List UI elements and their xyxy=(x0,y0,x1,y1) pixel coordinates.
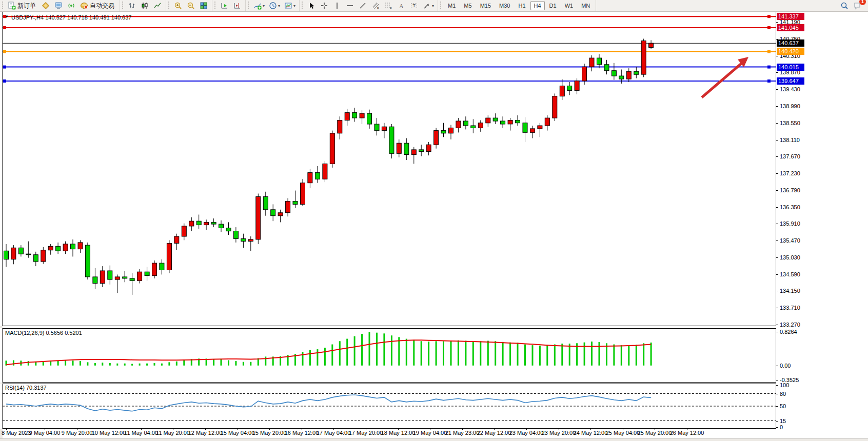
metaeditor-icon xyxy=(42,2,50,10)
line-handle[interactable] xyxy=(767,66,771,69)
line-handle[interactable] xyxy=(767,15,771,18)
search-icon xyxy=(840,2,849,10)
line-handle[interactable] xyxy=(3,79,6,83)
label-icon: T xyxy=(410,2,419,10)
rsi-tick: 50 xyxy=(780,403,786,409)
date-label: 9 May 04:00 xyxy=(29,430,61,436)
line-handle[interactable] xyxy=(767,50,771,53)
toolbar-grip[interactable] xyxy=(122,2,124,10)
timeframe-button-h1[interactable]: H1 xyxy=(515,1,529,10)
toolbar-grip[interactable] xyxy=(168,2,170,10)
timeframe-button-m1[interactable]: M1 xyxy=(444,1,459,10)
crosshair-button[interactable] xyxy=(319,0,330,11)
price-tick: 133.270 xyxy=(780,322,800,328)
indicators-button[interactable]: ▾ xyxy=(252,0,266,11)
macd-indicator-label: MACD(12,26,9) 0.5656 0.5201 xyxy=(5,330,82,336)
equidistant-channel-button[interactable]: E xyxy=(370,0,382,11)
toolbar-grip[interactable] xyxy=(214,2,216,10)
price-tick: 135.030 xyxy=(780,254,800,260)
date-label: 15 May 20:00 xyxy=(252,430,287,436)
date-label: 11 May 04:00 xyxy=(124,430,158,436)
price-tick: 138.990 xyxy=(780,103,800,109)
clock-icon xyxy=(269,2,278,10)
date-label: 21 May 23:00 xyxy=(445,430,480,436)
chart-shift-button[interactable] xyxy=(231,0,243,11)
timeframe-button-m5[interactable]: M5 xyxy=(460,1,475,10)
rsi-indicator-label: RSI(14) 70.3137 xyxy=(5,385,47,391)
zoom-in-button[interactable] xyxy=(172,0,184,11)
candlestick-chart-button[interactable] xyxy=(139,0,151,11)
search-button[interactable] xyxy=(839,0,851,11)
timeframe-button-m15[interactable]: M15 xyxy=(477,1,495,10)
main-chart-canvas[interactable] xyxy=(0,12,776,326)
line-handle[interactable] xyxy=(3,50,6,53)
horizontal-line-button[interactable] xyxy=(344,0,356,11)
price-badge-141.045: 141.045 xyxy=(777,24,804,31)
text-button[interactable]: A xyxy=(396,0,407,11)
line-handle[interactable] xyxy=(3,66,6,69)
timeframe-button-mn[interactable]: MN xyxy=(578,1,594,10)
timeframe-button-w1[interactable]: W1 xyxy=(561,1,577,10)
zoom-in-icon xyxy=(174,2,183,10)
toolbar-grip[interactable] xyxy=(301,2,304,10)
tile-windows-button[interactable] xyxy=(198,0,210,11)
date-label: 16 May 12:00 xyxy=(285,430,319,436)
timeframe-button-d1[interactable]: D1 xyxy=(546,1,560,10)
price-badge-140.015: 140.015 xyxy=(777,64,804,71)
cursor-button[interactable] xyxy=(306,0,318,11)
arrows-button[interactable]: ▾ xyxy=(421,0,436,11)
rsi-panel-canvas[interactable] xyxy=(0,384,776,429)
crosshair-icon xyxy=(320,2,329,10)
date-label: 22 May 12:00 xyxy=(477,430,511,436)
fibonacci-button[interactable]: F xyxy=(383,0,394,11)
date-label: 23 May 20:00 xyxy=(542,430,576,436)
date-label: 11 May 20:00 xyxy=(156,430,190,436)
toolbar-grip[interactable] xyxy=(247,2,250,10)
zoom-out-icon xyxy=(187,2,195,10)
templates-button[interactable]: ▾ xyxy=(283,0,297,11)
svg-text:T: T xyxy=(413,3,416,8)
price-tick: 135.470 xyxy=(780,237,800,244)
metaeditor-button[interactable] xyxy=(40,0,52,11)
svg-text:A: A xyxy=(399,3,404,10)
date-label: 8 May 2023 xyxy=(2,430,31,436)
timeframe-button-m30[interactable]: M30 xyxy=(496,1,514,10)
date-label: 23 May 04:00 xyxy=(509,430,544,436)
date-label: 10 May 12:00 xyxy=(92,430,126,436)
line-handle[interactable] xyxy=(767,79,771,83)
symbol-dropdown-caret[interactable]: ▼ xyxy=(5,14,9,19)
new-order-icon xyxy=(8,2,16,10)
macd-panel-canvas[interactable] xyxy=(0,328,776,383)
template-icon xyxy=(284,2,293,10)
line-handle[interactable] xyxy=(767,26,771,29)
chart-window[interactable]: ▼ USDJPY-,H4 140.527 140.718 140.491 140… xyxy=(0,12,868,439)
signals-button[interactable] xyxy=(66,0,77,11)
price-tick: 135.910 xyxy=(780,221,800,227)
price-tick: 136.790 xyxy=(780,187,800,193)
price-badge-141.337: 141.337 xyxy=(777,13,804,20)
line-handle[interactable] xyxy=(3,26,6,29)
toolbar-grip[interactable] xyxy=(440,2,442,10)
timeframe-button-h4[interactable]: H4 xyxy=(530,1,545,10)
vline-icon xyxy=(333,2,342,10)
zoom-out-button[interactable] xyxy=(185,0,197,11)
vertical-line-button[interactable] xyxy=(331,0,343,11)
hline-icon xyxy=(346,2,354,10)
periods-button[interactable]: ▾ xyxy=(267,0,282,11)
toolbar: 新订单自动交易▾▾▾EFAT▾M1M5M15M30H1H4D1W1MN1 xyxy=(0,0,868,12)
bar-chart-button[interactable] xyxy=(126,0,138,11)
trendline-button[interactable] xyxy=(357,0,369,11)
fibo-icon: F xyxy=(384,2,393,10)
line-chart-button[interactable] xyxy=(152,0,164,11)
dropdown-caret-icon: ▾ xyxy=(263,4,265,8)
text-label-button[interactable]: T xyxy=(408,0,420,11)
autotrading-button[interactable]: 自动交易 xyxy=(78,0,117,11)
toolbar-grip[interactable] xyxy=(2,2,4,10)
notifications-button[interactable]: 1 xyxy=(852,0,863,11)
new-order-button[interactable]: 新订单 xyxy=(6,0,39,11)
dropdown-caret-icon: ▾ xyxy=(432,4,434,8)
metatrader-app: 新订单自动交易▾▾▾EFAT▾M1M5M15M30H1H4D1W1MN1 ▼ U… xyxy=(0,0,868,441)
virtual-hosting-button[interactable] xyxy=(53,0,65,11)
auto-scroll-button[interactable] xyxy=(219,0,230,11)
date-label: 12 May 12:00 xyxy=(188,430,223,436)
